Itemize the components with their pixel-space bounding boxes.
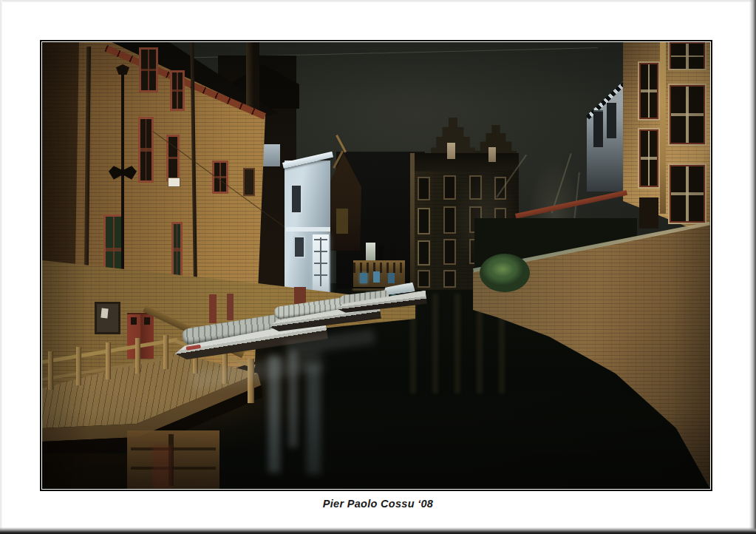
jetty-post xyxy=(163,335,168,369)
notice-paper xyxy=(101,308,108,319)
notice-board xyxy=(95,302,120,334)
page-edge-right xyxy=(749,0,756,534)
door-panes xyxy=(131,317,137,325)
lit-window-blue xyxy=(373,271,380,283)
framed-print-page: { "caption": { "text": "Pier Paolo Cossu… xyxy=(0,0,756,534)
window xyxy=(212,160,228,194)
window xyxy=(670,42,705,69)
jetty-post xyxy=(48,351,53,390)
window xyxy=(418,208,430,234)
white-house-reflection xyxy=(307,365,321,474)
tower-window xyxy=(593,110,603,147)
bush-highlights xyxy=(486,258,520,280)
dormer-lit-window xyxy=(488,147,496,162)
window-shuttered xyxy=(243,168,255,196)
window xyxy=(670,165,705,223)
lit-window-blue xyxy=(360,273,367,283)
distant-lit-wall xyxy=(366,243,375,260)
window xyxy=(639,129,658,187)
window xyxy=(418,240,430,266)
jetty-post xyxy=(76,347,81,385)
window xyxy=(138,117,154,183)
page-edge-bottom xyxy=(0,527,756,534)
building-lit-corner xyxy=(410,153,415,290)
photo-bruges-canal-night xyxy=(42,42,710,489)
page-edge-left xyxy=(0,0,2,534)
tower-window xyxy=(607,103,616,138)
window xyxy=(670,85,705,144)
white-sign xyxy=(168,178,180,187)
photo-caption: Pier Paolo Cossu ‘08 xyxy=(0,498,756,510)
brick-pier xyxy=(660,42,666,214)
lit-window-blue xyxy=(388,273,395,283)
timber-window xyxy=(336,209,348,234)
small-red-door xyxy=(209,294,217,323)
jetty-post xyxy=(135,338,140,374)
white-house-window xyxy=(293,236,305,258)
window xyxy=(139,47,158,92)
photo-frame xyxy=(40,40,712,491)
window xyxy=(418,177,430,200)
reflection-mullions xyxy=(131,434,216,486)
window xyxy=(170,70,185,111)
white-house-band xyxy=(286,227,330,231)
window xyxy=(639,63,658,119)
white-house-window xyxy=(290,184,302,214)
door-panes xyxy=(144,317,150,325)
window xyxy=(639,197,658,229)
door-panes xyxy=(314,237,327,286)
jetty-post xyxy=(106,342,111,379)
page-edge-top xyxy=(0,0,756,2)
dormer-lit-window xyxy=(447,143,455,159)
small-red-door xyxy=(227,294,234,320)
window xyxy=(171,222,183,277)
red-door-reflection xyxy=(153,445,172,489)
